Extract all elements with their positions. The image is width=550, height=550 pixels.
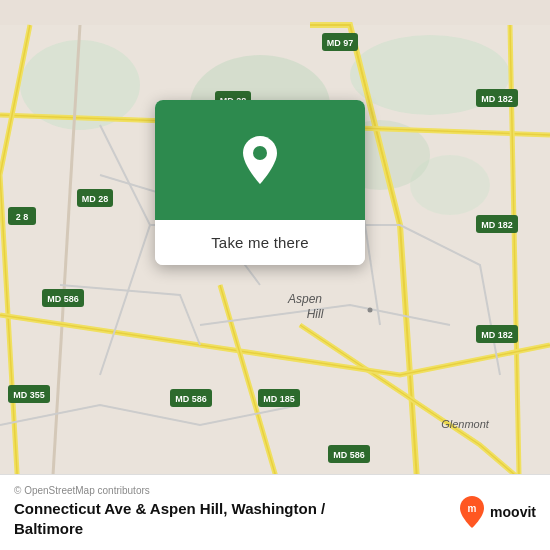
svg-text:MD 182: MD 182 [481, 220, 513, 230]
svg-text:MD 586: MD 586 [333, 450, 365, 460]
svg-text:MD 586: MD 586 [175, 394, 207, 404]
popup-green-area [155, 100, 365, 220]
bottom-bar: © OpenStreetMap contributors Connecticut… [0, 474, 550, 550]
map-container: MD 97 MD 28 MD 28 2 8 MD 182 MD 182 MD 1… [0, 0, 550, 550]
moovit-brand-name: moovit [490, 504, 536, 520]
svg-text:MD 28: MD 28 [82, 194, 109, 204]
svg-text:Glenmont: Glenmont [441, 418, 490, 430]
map-roads: MD 97 MD 28 MD 28 2 8 MD 182 MD 182 MD 1… [0, 0, 550, 550]
map-attribution: © OpenStreetMap contributors [14, 485, 458, 496]
svg-point-34 [253, 146, 267, 160]
moovit-logo: m moovit [458, 495, 536, 529]
location-pin-icon [238, 134, 282, 186]
location-title: Connecticut Ave & Aspen Hill, Washington… [14, 499, 458, 538]
bottom-bar-info: © OpenStreetMap contributors Connecticut… [14, 485, 458, 538]
svg-text:Aspen: Aspen [287, 292, 322, 306]
svg-text:MD 182: MD 182 [481, 330, 513, 340]
svg-text:Hill: Hill [307, 307, 324, 321]
svg-text:m: m [468, 503, 477, 514]
svg-text:MD 97: MD 97 [327, 38, 354, 48]
popup-card: Take me there [155, 100, 365, 265]
moovit-pin-icon: m [458, 495, 486, 529]
svg-text:MD 182: MD 182 [481, 94, 513, 104]
take-me-there-button[interactable]: Take me there [155, 220, 365, 265]
svg-text:MD 355: MD 355 [13, 390, 45, 400]
svg-point-33 [368, 308, 373, 313]
svg-text:MD 586: MD 586 [47, 294, 79, 304]
svg-text:MD 185: MD 185 [263, 394, 295, 404]
svg-text:2 8: 2 8 [16, 212, 29, 222]
